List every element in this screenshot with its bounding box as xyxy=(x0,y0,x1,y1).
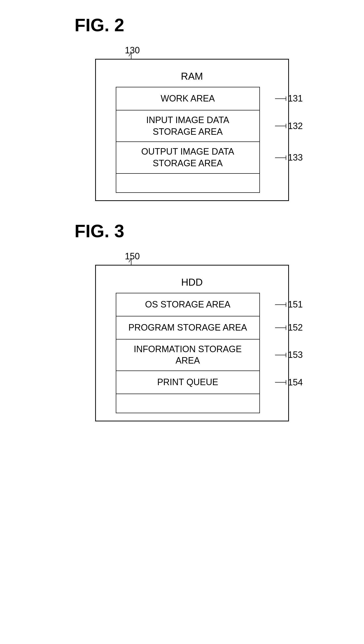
fig2-title: FIG. 2 xyxy=(75,15,124,35)
fig3-ref-151: 151 xyxy=(275,299,303,310)
fig3-os-storage-section: OS STORAGE AREA 151 xyxy=(116,293,259,316)
fig2-input-image-section: INPUT IMAGE DATASTORAGE AREA 132 xyxy=(116,110,259,142)
fig3-ref-153-label: 153 xyxy=(288,349,303,361)
fig3-empty-section xyxy=(116,394,259,413)
fig3-os-storage-label: OS STORAGE AREA xyxy=(145,299,230,310)
fig2-ref-133: 133 xyxy=(275,152,303,164)
ref-130-area: 130 xyxy=(95,45,289,59)
fig3-ref-153: 153 xyxy=(275,349,303,361)
fig3-ref-152: 152 xyxy=(275,322,303,334)
fig2-work-area-label: WORK AREA xyxy=(160,93,215,104)
fig2-ref-133-label: 133 xyxy=(288,152,303,164)
fig3-ref-151-label: 151 xyxy=(288,299,303,310)
fig3-ref-154-label: 154 xyxy=(288,376,303,388)
page-container: FIG. 2 130 RAM xyxy=(0,0,364,456)
fig3-information-storage-section: INFORMATION STORAGEAREA 153 xyxy=(116,340,259,371)
fig2-work-area-section: WORK AREA 131 xyxy=(116,87,259,110)
fig2-diagram: 130 RAM WORK AREA xyxy=(75,45,289,201)
fig3-title: FIG. 3 xyxy=(75,221,124,241)
fig3-hdd-label: HDD xyxy=(101,270,283,293)
svg-line-3 xyxy=(129,258,131,262)
fig2-inner-box: WORK AREA 131 INPUT IMAGE DATASTORAGE AR… xyxy=(116,87,260,193)
fig3-inner-box: OS STORAGE AREA 151 PROGRAM STORAGE AREA xyxy=(116,293,260,413)
fig2-ref-131-label: 131 xyxy=(288,93,303,104)
fig2-wrapper: 130 RAM WORK AREA xyxy=(95,45,289,201)
fig3-section: FIG. 3 150 HDD xyxy=(25,221,339,422)
fig2-section: FIG. 2 130 RAM xyxy=(25,15,339,201)
fig2-input-image-label: INPUT IMAGE DATASTORAGE AREA xyxy=(146,114,229,138)
fig3-wrapper: 150 HDD OS STORAGE AREA xyxy=(95,251,289,422)
fig2-output-image-label: OUTPUT IMAGE DATASTORAGE AREA xyxy=(141,146,234,169)
fig2-ref-131: 131 xyxy=(275,93,303,104)
fig3-program-storage-label: PROGRAM STORAGE AREA xyxy=(128,322,247,334)
fig3-ref-152-label: 152 xyxy=(288,322,303,334)
fig2-ram-label: RAM xyxy=(101,64,283,87)
fig3-program-storage-section: PROGRAM STORAGE AREA 152 xyxy=(116,316,259,340)
fig3-outer-box: HDD OS STORAGE AREA 151 xyxy=(95,265,289,422)
svg-line-1 xyxy=(129,52,131,56)
fig3-diagram: 150 HDD OS STORAGE AREA xyxy=(75,251,289,422)
fig2-outer-box: RAM WORK AREA 131 I xyxy=(95,59,289,201)
ref-150-area: 150 xyxy=(95,251,289,265)
fig3-ref-154: 154 xyxy=(275,376,303,388)
fig3-print-queue-section: PRINT QUEUE 154 xyxy=(116,371,259,394)
fig2-ref-132: 132 xyxy=(275,120,303,132)
fig3-print-queue-label: PRINT QUEUE xyxy=(157,376,218,388)
fig3-information-storage-label: INFORMATION STORAGEAREA xyxy=(134,344,242,367)
fig2-ref-132-label: 132 xyxy=(288,120,303,132)
fig2-output-image-section: OUTPUT IMAGE DATASTORAGE AREA 133 xyxy=(116,142,259,174)
fig2-empty-section xyxy=(116,174,259,192)
